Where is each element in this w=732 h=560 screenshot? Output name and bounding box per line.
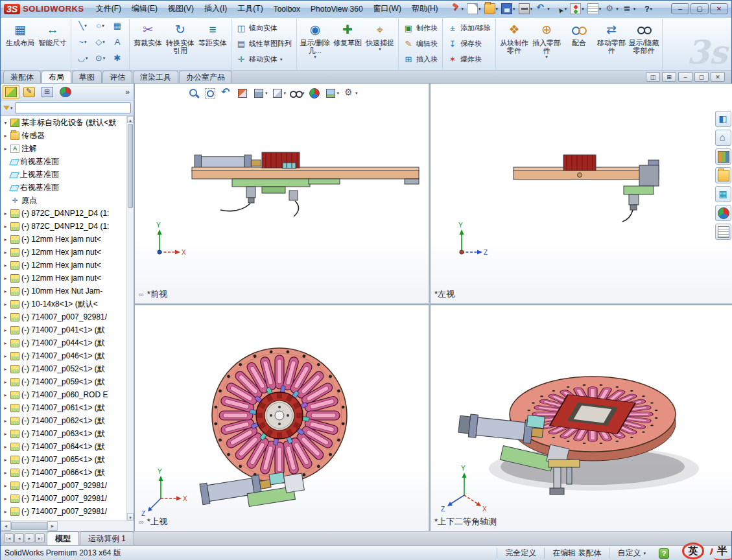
command-tab[interactable]: 渲染工具 bbox=[133, 71, 178, 83]
expander-icon[interactable]: ▸ bbox=[3, 133, 8, 139]
tree-item[interactable]: ▸ (-) 714007_p007_92981/ bbox=[1, 505, 126, 518]
mate-button[interactable]: 配合 bbox=[563, 19, 595, 67]
expander-icon[interactable]: ▸ bbox=[3, 237, 8, 242]
tree-item[interactable]: ▸ (-) 12mm Hex jam nut< bbox=[1, 259, 126, 272]
apply-scene[interactable]: ▾ bbox=[324, 86, 340, 100]
scroll-right-icon[interactable]: ► bbox=[47, 521, 58, 531]
polygon-tool[interactable]: ◇ ▾ bbox=[91, 37, 109, 47]
new-document-icon[interactable]: ▾ bbox=[466, 2, 482, 16]
undo-icon[interactable]: ▾ bbox=[534, 2, 551, 16]
tree-horizontal-scrollbar[interactable]: ◄ ► bbox=[1, 520, 134, 531]
circle-tool[interactable]: ○ ▾ bbox=[91, 21, 109, 30]
hide-show-items[interactable]: ▾ bbox=[289, 86, 305, 100]
expander-icon[interactable]: ▸ bbox=[3, 431, 8, 437]
hatch-pattern-tool[interactable]: ▦ bbox=[109, 21, 126, 30]
expander-icon[interactable]: ▸ bbox=[3, 392, 8, 398]
filter-funnel-button[interactable]: ▾ bbox=[3, 106, 13, 111]
viewport-horizontal-splitter[interactable] bbox=[135, 303, 732, 305]
document-tab[interactable]: 运动算例 1 bbox=[80, 531, 134, 545]
tree-item[interactable]: ▸ (-) 714007_p061<1> (默 bbox=[1, 401, 126, 414]
edit-appearance[interactable] bbox=[307, 86, 322, 100]
menu-item[interactable]: 工具(T) bbox=[232, 1, 268, 17]
smart-dimension-button[interactable]: ↔ 智能尺寸 bbox=[36, 19, 69, 67]
pin-icon[interactable]: ▾ bbox=[449, 2, 466, 16]
tree-item[interactable]: ▸ (-) 714007_p041<1> (默 bbox=[1, 323, 126, 336]
design-library[interactable] bbox=[715, 148, 731, 165]
expander-icon[interactable]: ▸ bbox=[3, 457, 8, 463]
save-icon[interactable]: ▾ bbox=[500, 2, 517, 16]
viewport-isometric-view[interactable]: Y Z X *上下二等角轴测 bbox=[431, 305, 732, 531]
show-hide-components-button[interactable]: 显示/隐藏零部件 bbox=[628, 19, 660, 67]
minimize-button[interactable]: – bbox=[671, 3, 689, 14]
menu-item[interactable]: Toolbox bbox=[268, 1, 305, 17]
tree-item[interactable]: ▸ (-) 12mm Hex jam nut< bbox=[1, 272, 126, 285]
previous-view[interactable] bbox=[219, 86, 233, 100]
quick-snaps-button[interactable]: ⌖ 快速捕捉 ▾ bbox=[364, 19, 396, 67]
expander-icon[interactable]: ▸ bbox=[3, 262, 8, 268]
menu-item[interactable]: PhotoView 360 bbox=[305, 1, 368, 17]
menu-item[interactable]: 编辑(E) bbox=[126, 1, 163, 17]
doc-restore-button[interactable]: ▢ bbox=[694, 72, 709, 82]
feature-manager[interactable] bbox=[3, 85, 19, 99]
tab-scroll-next[interactable]: ► bbox=[25, 533, 34, 543]
text-tool[interactable]: A bbox=[109, 37, 126, 47]
resources-home[interactable] bbox=[715, 130, 731, 146]
repair-sketch-button[interactable]: ✚ 修复草图 bbox=[331, 19, 364, 67]
tree-item[interactable]: 上视基准面 bbox=[1, 168, 126, 181]
expander-icon[interactable]: ▸ bbox=[3, 250, 8, 255]
move-component-button[interactable]: ⇄ 移动零部件 bbox=[595, 19, 628, 67]
tree-item[interactable]: ▸ (-) 714007_p062<1> (默 bbox=[1, 414, 126, 427]
rebuild-icon[interactable]: ▾ bbox=[569, 2, 585, 16]
expander-icon[interactable]: ▸ bbox=[3, 288, 8, 294]
viewport-front-view[interactable]: Y X ∞ *前视 bbox=[135, 84, 429, 303]
offset-entities-button[interactable]: ≡ 等距实体 bbox=[196, 19, 229, 67]
graphics-area[interactable]: ▾ ▾ ▾ ▾ ▾ bbox=[135, 84, 732, 531]
scrollbar-thumb[interactable] bbox=[128, 124, 133, 208]
expander-icon[interactable]: ▸ bbox=[3, 211, 8, 216]
tree-item[interactable]: ▸ (-) 12mm Hex jam nut< bbox=[1, 233, 126, 246]
display-delete-relations-button[interactable]: ◉ 显示/删除几... ▾ bbox=[299, 19, 331, 67]
tree-vertical-scrollbar[interactable]: ▴ ▾ bbox=[126, 116, 134, 520]
scroll-up-icon[interactable]: ▴ bbox=[127, 116, 134, 123]
appearances[interactable] bbox=[715, 205, 731, 221]
tree-item[interactable]: ▸ (-) 714007_p064<1> (默 bbox=[1, 440, 126, 453]
tree-item[interactable]: ▸ (-) 714007_p046<1> (默 bbox=[1, 349, 126, 362]
tree-item[interactable]: ▸ (-) 714007_p052<1> (默 bbox=[1, 362, 126, 375]
tree-item[interactable]: ▸ (-) 714007_p066<1> (默 bbox=[1, 466, 126, 479]
make-layout-button[interactable]: ▦ 生成布局 bbox=[4, 19, 36, 67]
expander-icon[interactable]: ▸ bbox=[3, 379, 8, 385]
configuration-manager[interactable] bbox=[39, 85, 56, 99]
expander-icon[interactable]: ▸ bbox=[3, 444, 8, 450]
linear-sketch-pattern-button[interactable]: ▤ 线性草图阵列 bbox=[233, 36, 294, 51]
scrollbar-thumb[interactable] bbox=[11, 522, 47, 530]
make-block-button[interactable]: ▣ 制作块 bbox=[401, 21, 440, 36]
panel-overflow-button[interactable]: » bbox=[125, 88, 134, 97]
viewport-vertical-splitter[interactable] bbox=[429, 84, 431, 531]
mirror-entities-button[interactable]: ◫ 镜向实体 bbox=[233, 21, 280, 36]
expander-icon[interactable]: ▸ bbox=[3, 314, 8, 320]
zoom-area[interactable] bbox=[203, 86, 217, 100]
menu-item[interactable]: 帮助(H) bbox=[407, 1, 443, 17]
expander-icon[interactable]: ▸ bbox=[3, 275, 8, 281]
tree-item[interactable]: ▸ (-) 10-14x8<1> (默认< bbox=[1, 298, 126, 310]
ime-indicator[interactable]: 英 半 bbox=[682, 541, 727, 560]
expander-icon[interactable]: ▸ bbox=[3, 353, 8, 359]
print-icon[interactable]: ▾ bbox=[517, 2, 534, 16]
point-tool[interactable]: ⊙ ▾ bbox=[91, 53, 109, 63]
open-icon[interactable]: ▾ bbox=[483, 2, 500, 16]
command-tab[interactable]: 评估 bbox=[102, 71, 132, 83]
line-tool[interactable]: ╲ ▾ bbox=[74, 21, 91, 30]
expander-icon[interactable]: ▸ bbox=[3, 483, 8, 489]
file-explorer[interactable] bbox=[715, 167, 731, 183]
tree-item[interactable]: ▸ (-) 12mm Hex jam nut< bbox=[1, 246, 126, 259]
expander-icon[interactable]: ▾ bbox=[3, 120, 8, 126]
tree-filter-input[interactable] bbox=[15, 102, 131, 113]
file-properties-icon[interactable]: ▾ bbox=[586, 2, 603, 16]
expander-icon[interactable]: ▸ bbox=[3, 146, 8, 152]
add-remove-button[interactable]: ± 添加/移除 bbox=[445, 21, 493, 36]
task-pane-toggle[interactable] bbox=[715, 111, 731, 127]
viewport-top-view[interactable]: Y X Z ∞ *上视 bbox=[135, 305, 429, 531]
tree-item[interactable]: ▸ 注解 bbox=[1, 142, 126, 155]
expander-icon[interactable]: ▸ bbox=[3, 340, 8, 346]
make-part-from-block-button[interactable]: ❖ 从块制作零件 bbox=[498, 19, 530, 67]
